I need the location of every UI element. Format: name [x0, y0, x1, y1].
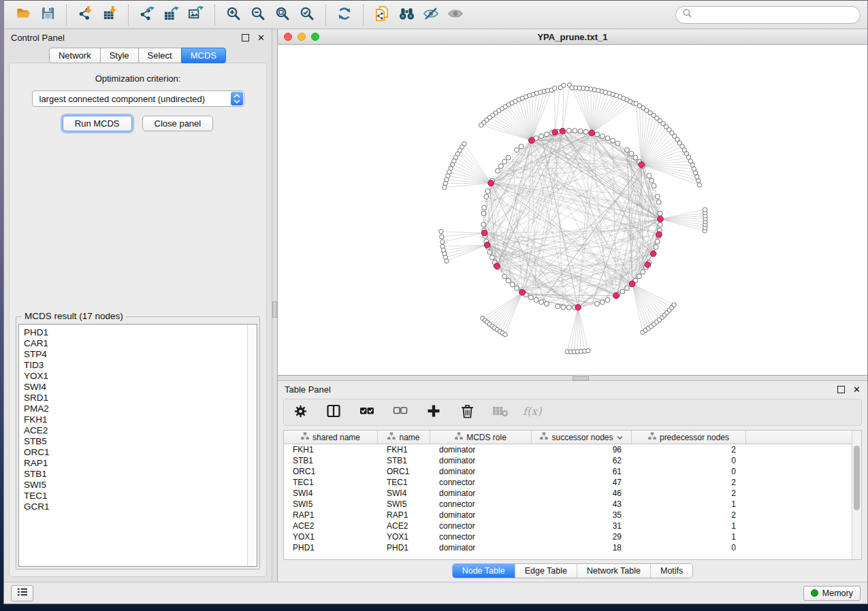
- column-header-shared-name[interactable]: shared name: [284, 431, 378, 444]
- graph-mcds-hub-node[interactable]: [645, 262, 651, 268]
- graph-node[interactable]: [595, 301, 600, 306]
- graph-mcds-hub-node[interactable]: [519, 290, 526, 296]
- tab-node-table[interactable]: Node Table: [453, 564, 515, 578]
- graph-mcds-hub-node[interactable]: [488, 180, 494, 186]
- memory-button[interactable]: Memory: [803, 586, 861, 601]
- graph-leaf-node[interactable]: [445, 259, 449, 263]
- graph-node[interactable]: [502, 274, 507, 279]
- graph-leaf-node[interactable]: [570, 86, 574, 90]
- graph-leaf-node[interactable]: [479, 123, 483, 127]
- graph-node[interactable]: [506, 278, 511, 283]
- minimize-window-button[interactable]: [298, 33, 306, 41]
- graph-mcds-hub-node[interactable]: [575, 304, 581, 310]
- graph-node[interactable]: [658, 222, 662, 227]
- graph-leaf-node[interactable]: [696, 179, 701, 183]
- table-row[interactable]: ACE2ACE2connector311: [284, 521, 861, 531]
- import-table-button[interactable]: [97, 3, 122, 27]
- tab-select[interactable]: Select: [138, 48, 182, 63]
- graph-node[interactable]: [506, 155, 511, 160]
- zoom-fit-button[interactable]: [270, 3, 295, 27]
- graph-mcds-hub-node[interactable]: [658, 216, 664, 222]
- tab-style[interactable]: Style: [100, 48, 139, 63]
- graph-node[interactable]: [578, 129, 583, 133]
- zoom-window-button[interactable]: [311, 33, 319, 41]
- graph-leaf-node[interactable]: [586, 348, 590, 352]
- graph-node[interactable]: [649, 178, 654, 183]
- mcds-result-item[interactable]: YOX1: [24, 371, 257, 382]
- search-box[interactable]: [675, 6, 861, 24]
- graph-node[interactable]: [629, 151, 634, 156]
- graph-leaf-node[interactable]: [695, 175, 699, 179]
- horizontal-splitter[interactable]: [278, 375, 867, 381]
- close-window-button[interactable]: [284, 33, 292, 41]
- graph-node[interactable]: [605, 136, 610, 141]
- float-panel-icon[interactable]: [242, 34, 249, 42]
- hide-details-button[interactable]: [419, 3, 443, 27]
- graph-node[interactable]: [611, 138, 615, 143]
- tab-network[interactable]: Network: [49, 48, 101, 63]
- graph-node[interactable]: [566, 305, 571, 310]
- graph-leaf-node[interactable]: [562, 83, 566, 87]
- graph-leaf-node[interactable]: [443, 185, 447, 189]
- sort-chevron-down-icon[interactable]: [617, 433, 623, 442]
- graph-leaf-node[interactable]: [439, 229, 443, 233]
- graph-node[interactable]: [566, 129, 571, 133]
- column-header-name[interactable]: name: [378, 431, 430, 444]
- horizontal-splitter-handle[interactable]: [573, 376, 589, 380]
- graph-mcds-hub-node[interactable]: [560, 128, 566, 134]
- mcds-result-item[interactable]: TID3: [24, 360, 257, 371]
- graph-node[interactable]: [481, 222, 486, 227]
- delete-column-button[interactable]: [459, 404, 475, 420]
- mcds-result-item[interactable]: CAR1: [24, 338, 257, 349]
- graph-node[interactable]: [556, 304, 560, 309]
- column-header-predecessor-nodes[interactable]: predecessor nodes: [632, 431, 746, 444]
- graph-leaf-node[interactable]: [703, 208, 707, 212]
- graph-node[interactable]: [514, 286, 519, 291]
- mcds-result-item[interactable]: ORC1: [24, 447, 257, 458]
- graph-node[interactable]: [573, 129, 577, 133]
- graph-node[interactable]: [625, 286, 630, 291]
- tab-mcds[interactable]: MCDS: [181, 48, 226, 63]
- graph-node[interactable]: [652, 184, 656, 188]
- show-panels-button[interactable]: [11, 585, 33, 601]
- open-file-button[interactable]: [11, 3, 35, 27]
- graph-node[interactable]: [637, 274, 642, 279]
- mcds-result-item[interactable]: STB5: [24, 436, 257, 447]
- graph-node[interactable]: [656, 200, 661, 205]
- tab-network-table[interactable]: Network Table: [577, 564, 650, 578]
- mcds-result-item[interactable]: SWI5: [24, 480, 257, 491]
- graph-node[interactable]: [658, 211, 662, 216]
- graph-node[interactable]: [481, 211, 486, 216]
- graph-leaf-node[interactable]: [503, 333, 507, 337]
- show-columns-button[interactable]: [325, 404, 342, 420]
- first-neighbors-button[interactable]: [394, 3, 419, 27]
- graph-node[interactable]: [514, 148, 519, 152]
- table-row[interactable]: RAP1RAP1dominator352: [284, 510, 861, 521]
- graph-node[interactable]: [545, 132, 549, 137]
- graph-node[interactable]: [545, 301, 549, 306]
- graph-node[interactable]: [625, 148, 630, 152]
- graph-mcds-hub-node[interactable]: [613, 293, 620, 299]
- import-network-button[interactable]: [73, 3, 97, 27]
- graph-mcds-hub-node[interactable]: [481, 230, 487, 236]
- mcds-result-list[interactable]: PHD1CAR1STP4TID3YOX1SWI4SRD1PMA2FKH1ACE2…: [18, 324, 257, 567]
- graph-node[interactable]: [502, 159, 507, 164]
- graph-node[interactable]: [595, 132, 600, 137]
- graph-leaf-node[interactable]: [553, 86, 557, 90]
- graph-node[interactable]: [600, 134, 605, 139]
- graph-leaf-node[interactable]: [440, 240, 445, 244]
- graph-node[interactable]: [583, 129, 588, 134]
- graph-node[interactable]: [539, 300, 544, 305]
- optimization-criterion-select[interactable]: largest connected component (undirected): [32, 90, 244, 107]
- duplicate-network-button[interactable]: [370, 3, 394, 27]
- mcds-result-item[interactable]: STB1: [24, 469, 257, 480]
- vertical-splitter[interactable]: [272, 29, 278, 582]
- graph-mcds-hub-node[interactable]: [656, 231, 662, 237]
- close-panel-button[interactable]: Close panel: [142, 116, 214, 131]
- tab-edge-table[interactable]: Edge Table: [515, 564, 577, 578]
- graph-mcds-hub-node[interactable]: [494, 263, 500, 269]
- mcds-result-item[interactable]: SRD1: [24, 393, 257, 403]
- graph-mcds-hub-node[interactable]: [629, 281, 635, 287]
- table-row[interactable]: STB1STB1dominator620: [284, 455, 861, 466]
- table-scrollbar-thumb[interactable]: [854, 446, 860, 510]
